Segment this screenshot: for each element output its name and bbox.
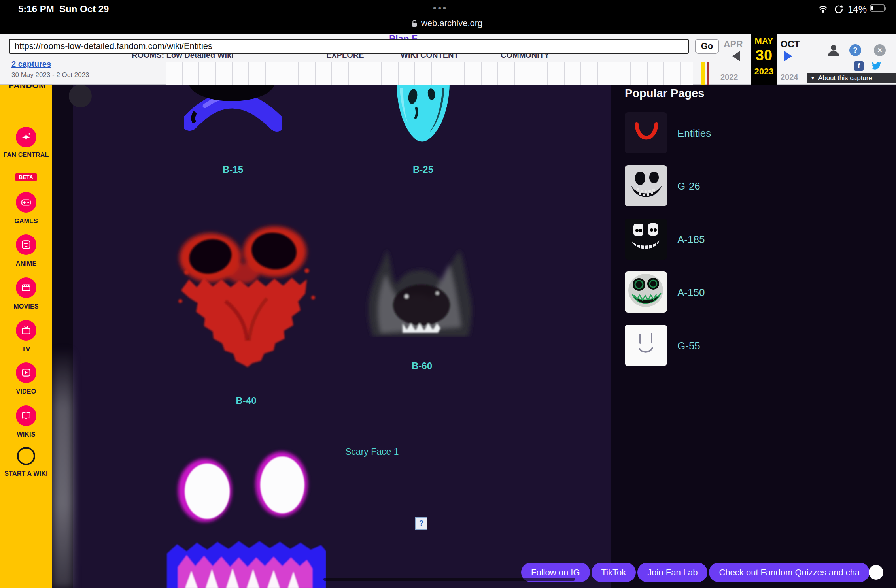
tiktok-button[interactable]: TikTok — [592, 563, 636, 582]
twitter-share-icon[interactable] — [871, 61, 882, 71]
sidebar-label-games[interactable]: GAMES — [0, 218, 52, 225]
sidebar-label-movies[interactable]: MOVIES — [0, 303, 52, 311]
entity-b60-caption[interactable]: B-60 — [343, 360, 501, 371]
go-button[interactable]: Go — [695, 39, 719, 54]
profile-icon[interactable] — [826, 43, 841, 57]
gray-smiley-thumb[interactable] — [625, 165, 667, 206]
dark-eyes-thumb[interactable] — [625, 219, 667, 260]
horizontal-scrollbar[interactable] — [323, 578, 575, 581]
simple-face-thumb[interactable] — [625, 325, 667, 366]
sidebar-item-wikis[interactable] — [16, 405, 36, 426]
broken-image-icon[interactable]: ? — [415, 517, 427, 530]
entity-bottom-face-image[interactable] — [166, 446, 326, 588]
sidebar-label-anime[interactable]: ANIME — [0, 260, 52, 268]
sidebar-item-movies[interactable] — [16, 277, 36, 298]
battery-percent: 14% — [848, 4, 867, 15]
current-capture-column[interactable]: MAY 30 2023 — [751, 34, 777, 85]
play-icon — [21, 367, 32, 378]
entity-b25-image[interactable] — [393, 85, 453, 144]
capture-marker-current[interactable] — [701, 62, 705, 85]
popular-pages-title: Popular Pages — [625, 87, 704, 104]
current-year: 2023 — [751, 66, 777, 77]
entity-b25-caption[interactable]: B-25 — [393, 164, 453, 175]
book-icon — [21, 410, 32, 421]
footer-pill-bar: Follow on IG TikTok Join Fan Lab Check o… — [521, 563, 883, 582]
address-host[interactable]: web.archive.org — [411, 18, 482, 28]
lock-icon — [411, 19, 418, 27]
sidebar-label-fan-central[interactable]: FAN CENTRAL — [0, 151, 52, 159]
sparkle-icon — [21, 132, 32, 143]
quiz-fab-button[interactable] — [869, 565, 883, 580]
about-label: About this capture — [818, 74, 872, 82]
blurred-page-edge — [52, 348, 73, 588]
anime-face-icon — [21, 239, 32, 250]
sidebar-item-games[interactable] — [16, 192, 36, 213]
clock: 5:16 PM — [18, 4, 54, 15]
occluded-wiki-name: ROOMS: Low Detailed Wiki — [132, 54, 234, 61]
sidebar-item-tv[interactable] — [16, 320, 36, 341]
popular-link-a185[interactable]: A-185 — [677, 234, 705, 246]
entity-b40-image[interactable] — [166, 220, 326, 369]
occluded-page-banner: Plan F — [389, 34, 418, 39]
occluded-nav-explore: EXPLORE — [326, 54, 364, 61]
sidebar-item-fan-central[interactable] — [16, 127, 36, 147]
occluded-nav-community: COMMUNITY — [501, 54, 549, 61]
help-icon[interactable]: ? — [849, 44, 861, 56]
facebook-share-icon[interactable]: f — [854, 61, 864, 71]
close-toolbar-icon[interactable]: ✕ — [874, 44, 886, 56]
popular-link-g55[interactable]: G-55 — [677, 340, 700, 352]
popular-link-g26[interactable]: G-26 — [677, 180, 700, 192]
battery-icon — [870, 4, 885, 12]
fandom-logo[interactable]: FANDOM — [9, 85, 46, 90]
green-smile-thumb[interactable] — [625, 271, 667, 313]
scary-face-figure: Scary Face 1 ? — [342, 444, 500, 587]
date: Sun Oct 29 — [59, 4, 109, 15]
prev-month-label[interactable]: APR — [724, 39, 743, 50]
screen: 5:16 PM Sun Oct 29 ••• 14% web.archive.o… — [0, 0, 896, 588]
circle-outline-icon[interactable] — [17, 447, 35, 465]
sidebar-label-tv[interactable]: TV — [0, 346, 52, 353]
popular-link-a150[interactable]: A-150 — [677, 286, 705, 299]
entity-b40-caption[interactable]: B-40 — [166, 395, 326, 406]
beta-badge: BETA — [15, 173, 37, 181]
next-month-label[interactable]: OCT — [781, 39, 800, 50]
sidebar-item-video[interactable] — [16, 362, 36, 383]
app-switcher-dots-icon: ••• — [433, 2, 448, 13]
sidebar-label-video[interactable]: VIDEO — [0, 388, 52, 396]
occluded-nav-wiki-content: WIKI CONTENT — [401, 54, 459, 61]
status-and-address-bar: 5:16 PM Sun Oct 29 ••• 14% web.archive.o… — [0, 0, 896, 34]
wifi-icon — [818, 4, 828, 14]
captures-range: 30 May 2023 - 2 Oct 2023 — [11, 71, 89, 79]
current-day: 30 — [751, 47, 777, 64]
sidebar-label-wikis[interactable]: WIKIS — [0, 431, 52, 439]
sync-icon — [834, 4, 844, 14]
entity-b15-caption[interactable]: B-15 — [184, 164, 282, 175]
page-circle-decoration — [69, 85, 92, 107]
address-host-label: web.archive.org — [421, 18, 482, 28]
prev-capture-arrow[interactable] — [732, 51, 740, 61]
entity-b15-image[interactable] — [184, 85, 282, 137]
tv-icon — [21, 325, 32, 336]
popular-link-entities[interactable]: Entities — [677, 127, 711, 139]
capture-timeline[interactable] — [166, 62, 693, 85]
current-month: MAY — [751, 36, 777, 46]
scary-face-caption[interactable]: Scary Face 1 — [345, 447, 399, 457]
entity-b60-image[interactable] — [343, 246, 501, 337]
captures-link[interactable]: 2 captures — [11, 60, 51, 69]
fandom-quizzes-button[interactable]: Check out Fandom Quizzes and cha — [709, 563, 870, 582]
wayback-toolbar: Plan F ROOMS: Low Detailed Wiki EXPLORE … — [0, 34, 896, 85]
about-arrow-icon: ▼ — [811, 76, 815, 81]
gamepad-icon — [21, 197, 32, 208]
next-year-label[interactable]: 2024 — [781, 73, 798, 82]
red-smile-thumb[interactable] — [625, 112, 667, 153]
sidebar-label-start-a-wiki[interactable]: START A WIKI — [0, 470, 52, 478]
sidebar-item-anime[interactable] — [16, 234, 36, 255]
clapperboard-icon — [21, 282, 32, 293]
join-fan-lab-button[interactable]: Join Fan Lab — [637, 563, 707, 582]
about-this-capture[interactable]: ▼ About this capture — [807, 73, 896, 83]
capture-marker-other[interactable] — [707, 62, 709, 85]
next-capture-arrow[interactable] — [784, 51, 792, 61]
wayback-url-input[interactable] — [9, 39, 689, 54]
prev-year-label[interactable]: 2022 — [720, 73, 738, 82]
fandom-global-rail: FANDOM FAN CENTRAL BETA GAMES — [0, 85, 52, 588]
